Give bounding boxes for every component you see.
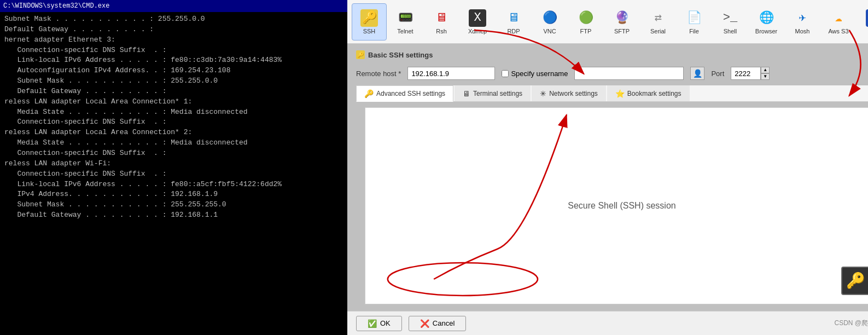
bottom-bar: ✅ OK ❌ Cancel CSDN @爬楼的猪 <box>347 311 868 335</box>
toolbar-item-rsh[interactable]: 🖥Rsh <box>424 3 459 41</box>
ok-label: OK <box>380 319 391 327</box>
key-icon-button[interactable]: 🔑 <box>841 267 868 295</box>
dialog-content: 🔑 Basic SSH settings Remote host * Speci… <box>347 44 868 311</box>
session-text: Secure Shell (SSH) session <box>568 201 675 211</box>
cmd-line: Default Gateway . . . . . . . . . : <box>4 86 343 97</box>
cmd-line: reless LAN adapter Local Area Connection… <box>4 128 343 138</box>
rdp-icon: 🖥 <box>505 9 522 27</box>
tab-network-icon: ✳ <box>540 89 546 98</box>
toolbar-item-vnc[interactable]: 🔵VNC <box>532 3 567 41</box>
toolbar-item-sftp[interactable]: 🔮SFTP <box>604 3 639 41</box>
toolbar-item-browser[interactable]: 🌐Browser <box>749 3 784 41</box>
awss3-icon: ☁ <box>830 9 847 27</box>
vnc-icon: 🔵 <box>541 9 558 27</box>
serial-icon: ⇄ <box>649 9 667 27</box>
section-icon: 🔑 <box>356 50 365 59</box>
shell-label: Shell <box>724 28 737 34</box>
section-title: Basic SSH settings <box>368 51 433 59</box>
username-input[interactable] <box>574 67 684 80</box>
serial-label: Serial <box>650 28 666 34</box>
cmd-line: Link-local IPv6 Address . . . . . : fe80… <box>4 55 343 66</box>
right-panel: 🔑SSH📟Telnet🖥RshXXdmcp🖥RDP🔵VNC🟢FTP🔮SFTP⇄S… <box>347 0 868 335</box>
toolbar-item-mosh[interactable]: ✈Mosh <box>785 3 820 41</box>
cmd-titlebar: C:\WINDOWS\system32\CMD.exe <box>0 0 347 12</box>
toolbar-item-serial[interactable]: ⇄Serial <box>640 3 675 41</box>
toolbar-item-rdp[interactable]: 🖥RDP <box>496 3 531 41</box>
remote-host-input[interactable] <box>407 67 495 80</box>
file-icon: 📄 <box>685 9 703 27</box>
cmd-window: C:\WINDOWS\system32\CMD.exe Subnet Mask … <box>0 0 347 335</box>
remote-host-label: Remote host * <box>356 70 401 78</box>
toolbar-item-shell[interactable]: >_Shell <box>713 3 748 41</box>
user-icon-button[interactable]: 👤 <box>690 67 704 80</box>
cancel-icon: ❌ <box>420 319 429 328</box>
telnet-label: Telnet <box>397 28 413 34</box>
browser-label: Browser <box>755 28 777 34</box>
tab-network[interactable]: ✳Network settings <box>532 85 606 101</box>
toolbar-item-ssh[interactable]: 🔑SSH <box>352 3 387 41</box>
tab-bookmark-label: Bookmark settings <box>627 90 681 97</box>
port-up-arrow[interactable]: ▲ <box>761 67 770 73</box>
shell-icon: >_ <box>721 9 739 27</box>
port-down-arrow[interactable]: ▼ <box>761 73 770 80</box>
tabs-row: 🔑Advanced SSH settings🖥Terminal settings… <box>356 85 868 102</box>
toolbar-item-file[interactable]: 📄File <box>677 3 712 41</box>
cmd-line: Subnet Mask . . . . . . . . . . . : 255.… <box>4 200 343 210</box>
file-label: File <box>689 28 699 34</box>
section-header: 🔑 Basic SSH settings <box>356 50 868 61</box>
tab-advanced-label: Advanced SSH settings <box>376 90 445 97</box>
cmd-title: C:\WINDOWS\system32\CMD.exe <box>3 2 109 10</box>
ok-button[interactable]: ✅ OK <box>356 316 402 331</box>
toolbar-item-awss3[interactable]: ☁Aws S3 <box>821 3 856 41</box>
toolbar-item-ftp[interactable]: 🟢FTP <box>568 3 603 41</box>
tab-advanced[interactable]: 🔑Advanced SSH settings <box>356 85 453 102</box>
bottom-buttons: ✅ OK ❌ Cancel <box>356 316 466 331</box>
tab-network-label: Network settings <box>549 90 598 97</box>
port-spinner: ▲ ▼ <box>731 67 770 80</box>
toolbar-item-wsl[interactable]: WWSL <box>857 3 868 41</box>
cmd-line: Link-local IPv6 Address . . . . . : fe80… <box>4 180 343 190</box>
tab-advanced-icon: 🔑 <box>364 89 374 98</box>
cmd-line: reless LAN adapter Local Area Connection… <box>4 97 343 107</box>
rsh-label: Rsh <box>436 28 447 34</box>
cancel-button[interactable]: ❌ Cancel <box>409 316 466 331</box>
ftp-label: FTP <box>580 28 592 34</box>
cmd-line: reless LAN adapter Wi-Fi: <box>4 159 343 169</box>
cmd-line: Media State . . . . . . . . . . . : Medi… <box>4 107 343 118</box>
xdmcp-label: Xdmcp <box>468 28 487 34</box>
specify-username-checkbox[interactable] <box>502 70 509 77</box>
tab-terminal-icon: 🖥 <box>463 89 470 98</box>
ftp-icon: 🟢 <box>577 9 595 27</box>
cmd-line: Connection-specific DNS Suffix . : <box>4 148 343 159</box>
cmd-line: Subnet Mask . . . . . . . . . . . : 255.… <box>4 14 343 25</box>
mosh-icon: ✈ <box>794 9 811 27</box>
watermark: CSDN @爬楼的猪 <box>834 319 868 328</box>
tab-bookmark-icon: ⭐ <box>615 89 625 98</box>
ssh-form-row: Remote host * Specify username 👤 Port ▲ … <box>356 67 868 80</box>
browser-icon: 🌐 <box>758 9 775 27</box>
toolbar-item-telnet[interactable]: 📟Telnet <box>388 3 423 41</box>
tab-bookmark[interactable]: ⭐Bookmark settings <box>607 85 690 101</box>
cmd-line: Media State . . . . . . . . . . . : Medi… <box>4 138 343 148</box>
cmd-line: Connection-specific DNS Suffix . : <box>4 45 343 56</box>
cmd-line: Subnet Mask . . . . . . . . . . . : 255.… <box>4 76 343 86</box>
port-arrows: ▲ ▼ <box>761 67 770 80</box>
specify-username-check-label[interactable]: Specify username <box>502 70 568 78</box>
toolbar: 🔑SSH📟Telnet🖥RshXXdmcp🖥RDP🔵VNC🟢FTP🔮SFTP⇄S… <box>347 0 868 44</box>
tab-terminal[interactable]: 🖥Terminal settings <box>455 85 531 101</box>
specify-username-label: Specify username <box>511 70 568 78</box>
wsl-icon: W <box>866 9 868 27</box>
cmd-line: Default Gateway . . . . . . . . . : 192.… <box>4 210 343 221</box>
rsh-icon: 🖥 <box>433 9 450 27</box>
ssh-icon: 🔑 <box>360 9 378 27</box>
rdp-label: RDP <box>507 28 520 34</box>
port-input[interactable] <box>731 67 761 80</box>
mosh-label: Mosh <box>795 28 810 34</box>
cmd-line: Default Gateway . . . . . . . . . : <box>4 25 343 35</box>
toolbar-item-xdmcp[interactable]: XXdmcp <box>460 3 495 41</box>
vnc-label: VNC <box>543 28 556 34</box>
cmd-line: Connection-specific DNS Suffix . : <box>4 117 343 128</box>
ok-icon: ✅ <box>368 319 377 328</box>
cmd-line: hernet adapter Ethernet 3: <box>4 35 343 45</box>
port-label: Port <box>711 70 724 78</box>
